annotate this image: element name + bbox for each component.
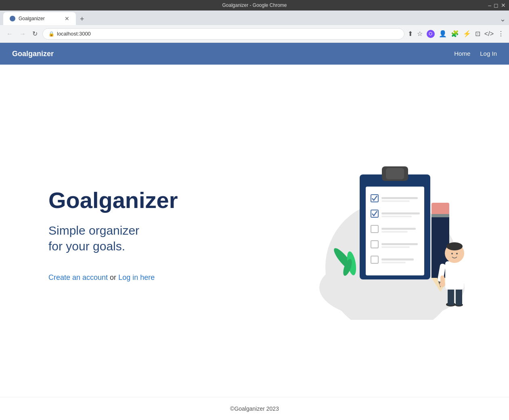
svg-rect-16 xyxy=(381,228,416,230)
nav-link-login[interactable]: Log In xyxy=(480,50,497,57)
devtools-icon[interactable]: </> xyxy=(484,30,494,38)
login-link[interactable]: Log in here xyxy=(118,273,155,281)
app-brand[interactable]: Goalganizer xyxy=(12,50,54,58)
window-controls[interactable]: – ◻ ✕ xyxy=(488,2,506,8)
menu-icon[interactable]: ⋮ xyxy=(498,30,504,38)
tab-favicon xyxy=(10,16,15,21)
svg-point-39 xyxy=(451,253,453,254)
svg-rect-33 xyxy=(445,261,464,290)
cta-or-text: or xyxy=(110,273,118,281)
svg-rect-25 xyxy=(431,214,449,217)
svg-point-38 xyxy=(446,242,463,250)
account-icon[interactable]: 👤 xyxy=(439,30,447,38)
address-bar[interactable]: 🔒 localhost:3000 xyxy=(42,28,404,40)
browser-title: Goalganizer - Google Chrome xyxy=(222,2,287,8)
nav-item-home[interactable]: Home xyxy=(454,50,470,57)
svg-point-40 xyxy=(456,253,458,254)
tab-title: Goalganizer xyxy=(19,16,45,21)
address-text: localhost:3000 xyxy=(57,31,91,37)
toolbar-icons: ⬆ ☆ ⬡ 👤 🧩 ⚡ ⊡ </> ⋮ xyxy=(408,30,504,38)
browser-tabbar: Goalganizer ✕ + ⌄ xyxy=(0,10,509,25)
view-icon[interactable]: ⊡ xyxy=(475,30,480,38)
extensions-icon[interactable]: 🧩 xyxy=(451,30,459,38)
svg-rect-7 xyxy=(386,168,404,179)
hero-subtitle: Simple organizer for your goals. xyxy=(48,223,218,254)
svg-rect-31 xyxy=(448,288,454,305)
svg-rect-23 xyxy=(381,262,406,263)
nav-link-home[interactable]: Home xyxy=(454,50,470,57)
minimize-button[interactable]: – xyxy=(488,2,491,8)
svg-rect-22 xyxy=(381,258,414,260)
hero-title: Goalganizer xyxy=(48,188,218,213)
svg-rect-32 xyxy=(456,288,462,305)
svg-rect-19 xyxy=(381,243,418,245)
svg-rect-11 xyxy=(381,200,410,202)
back-button[interactable]: ← xyxy=(5,29,15,38)
nav-links: Home Log In xyxy=(454,50,497,57)
share-icon[interactable]: ⬆ xyxy=(408,30,413,38)
footer-copyright: ©Goalganizer 2023 xyxy=(230,405,279,412)
svg-point-36 xyxy=(440,281,445,287)
app-navbar: Goalganizer Home Log In xyxy=(0,43,509,65)
restore-button[interactable]: ◻ xyxy=(494,2,499,8)
new-tab-button[interactable]: + xyxy=(76,15,88,23)
nav-item-login[interactable]: Log In xyxy=(480,50,497,57)
svg-rect-10 xyxy=(381,197,418,199)
svg-rect-14 xyxy=(381,216,412,217)
forward-button[interactable]: → xyxy=(18,29,27,38)
bookmark-icon[interactable]: ☆ xyxy=(417,30,423,38)
hero-cta: Create an account or Log in here xyxy=(48,273,218,282)
hero-subtitle-line2: for your goals. xyxy=(48,239,125,253)
tab-bar-right-icon: ⌄ xyxy=(500,15,506,23)
svg-rect-20 xyxy=(381,246,410,248)
hero-illustration xyxy=(307,150,477,320)
svg-rect-13 xyxy=(381,212,420,214)
lock-icon: 🔒 xyxy=(48,31,54,37)
browser-addressbar: ← → ↻ 🔒 localhost:3000 ⬆ ☆ ⬡ 👤 🧩 ⚡ ⊡ </>… xyxy=(0,25,509,43)
close-button[interactable]: ✕ xyxy=(501,2,506,8)
app-footer: ©Goalganizer 2023 xyxy=(0,397,509,420)
tab-close-icon[interactable]: ✕ xyxy=(65,15,69,22)
browser-titlebar: Goalganizer - Google Chrome – ◻ ✕ xyxy=(0,0,509,10)
hero-subtitle-line1: Simple organizer xyxy=(48,224,139,237)
svg-rect-24 xyxy=(431,203,449,215)
illustration-svg xyxy=(307,150,477,320)
svg-rect-17 xyxy=(381,231,408,233)
create-account-link[interactable]: Create an account xyxy=(48,273,108,281)
browser-tab-active[interactable]: Goalganizer ✕ xyxy=(3,12,76,25)
extension-icon[interactable]: ⬡ xyxy=(427,30,435,38)
reload-button[interactable]: ↻ xyxy=(31,29,39,38)
hero-section: Goalganizer Simple organizer for your go… xyxy=(0,65,509,397)
hero-text: Goalganizer Simple organizer for your go… xyxy=(48,188,218,282)
performance-icon[interactable]: ⚡ xyxy=(463,30,471,38)
